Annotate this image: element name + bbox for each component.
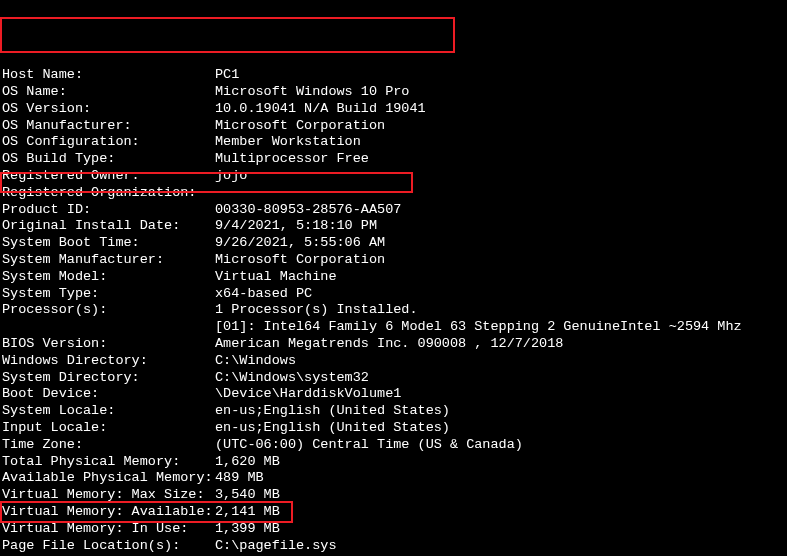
systeminfo-row: OS Manufacturer:Microsoft Corporation [0,118,787,135]
systeminfo-value: 00330-80953-28576-AA507 [215,202,787,219]
systeminfo-label: Virtual Memory: Max Size: [0,487,215,504]
systeminfo-label: Windows Directory: [0,353,215,370]
systeminfo-row: Input Locale:en-us;English (United State… [0,420,787,437]
highlight-os-name-version [0,17,455,53]
systeminfo-row: OS Configuration:Member Workstation [0,134,787,151]
systeminfo-label: System Manufacturer: [0,252,215,269]
systeminfo-label: OS Name: [0,84,215,101]
systeminfo-value: 1 Processor(s) Installed. [215,302,787,319]
systeminfo-label: Virtual Memory: In Use: [0,521,215,538]
systeminfo-label: Time Zone: [0,437,215,454]
systeminfo-row: Registered Owner:jojo [0,168,787,185]
systeminfo-row: Time Zone:(UTC-06:00) Central Time (US &… [0,437,787,454]
systeminfo-row: OS Name:Microsoft Windows 10 Pro [0,84,787,101]
systeminfo-row: [01]: Intel64 Family 6 Model 63 Stepping… [0,319,787,336]
systeminfo-label: BIOS Version: [0,336,215,353]
systeminfo-value: 9/4/2021, 5:18:10 PM [215,218,787,235]
systeminfo-label: System Model: [0,269,215,286]
systeminfo-row: Processor(s):1 Processor(s) Installed. [0,302,787,319]
systeminfo-label: Boot Device: [0,386,215,403]
systeminfo-row: BIOS Version:American Megatrends Inc. 09… [0,336,787,353]
systeminfo-value: 3,540 MB [215,487,787,504]
systeminfo-value: 1,620 MB [215,454,787,471]
systeminfo-value: C:\Windows [215,353,787,370]
systeminfo-value: C:\pagefile.sys [215,538,787,555]
systeminfo-row: OS Build Type:Multiprocessor Free [0,151,787,168]
systeminfo-value: x64-based PC [215,286,787,303]
systeminfo-value: en-us;English (United States) [215,420,787,437]
systeminfo-value: Microsoft Corporation [215,118,787,135]
systeminfo-row: Available Physical Memory:489 MB [0,470,787,487]
systeminfo-value: C:\Windows\system32 [215,370,787,387]
systeminfo-value: 1,399 MB [215,521,787,538]
systeminfo-label: Original Install Date: [0,218,215,235]
systeminfo-row: Virtual Memory: Available:2,141 MB [0,504,787,521]
systeminfo-value: 9/26/2021, 5:55:06 AM [215,235,787,252]
systeminfo-label: Virtual Memory: Available: [0,504,215,521]
systeminfo-row: Total Physical Memory:1,620 MB [0,454,787,471]
systeminfo-row: System Directory:C:\Windows\system32 [0,370,787,387]
systeminfo-label: Page File Location(s): [0,538,215,555]
systeminfo-label: System Locale: [0,403,215,420]
systeminfo-label: OS Version: [0,101,215,118]
systeminfo-row: Windows Directory:C:\Windows [0,353,787,370]
systeminfo-label: OS Build Type: [0,151,215,168]
systeminfo-value: PC1 [215,67,787,84]
systeminfo-row: Product ID:00330-80953-28576-AA507 [0,202,787,219]
systeminfo-label: OS Configuration: [0,134,215,151]
systeminfo-row: System Boot Time:9/26/2021, 5:55:06 AM [0,235,787,252]
systeminfo-value: Microsoft Corporation [215,252,787,269]
systeminfo-label: Registered Organization: [0,185,215,202]
systeminfo-row: System Model:Virtual Machine [0,269,787,286]
systeminfo-row: Original Install Date:9/4/2021, 5:18:10 … [0,218,787,235]
systeminfo-value: [01]: Intel64 Family 6 Model 63 Stepping… [215,319,787,336]
systeminfo-label: Registered Owner: [0,168,215,185]
systeminfo-row: Host Name:PC1 [0,67,787,84]
systeminfo-value: (UTC-06:00) Central Time (US & Canada) [215,437,787,454]
systeminfo-label [0,319,215,336]
systeminfo-row: Page File Location(s):C:\pagefile.sys [0,538,787,555]
systeminfo-value: Multiprocessor Free [215,151,787,168]
systeminfo-row: Virtual Memory: Max Size:3,540 MB [0,487,787,504]
systeminfo-value: jojo [215,168,787,185]
systeminfo-label: Available Physical Memory: [0,470,215,487]
systeminfo-value: en-us;English (United States) [215,403,787,420]
systeminfo-value: Member Workstation [215,134,787,151]
systeminfo-row: System Type:x64-based PC [0,286,787,303]
systeminfo-label: Input Locale: [0,420,215,437]
systeminfo-label: Product ID: [0,202,215,219]
systeminfo-label: System Boot Time: [0,235,215,252]
systeminfo-row: Registered Organization: [0,185,787,202]
systeminfo-row: Boot Device:\Device\HarddiskVolume1 [0,386,787,403]
systeminfo-label: Processor(s): [0,302,215,319]
systeminfo-row: System Locale:en-us;English (United Stat… [0,403,787,420]
systeminfo-value: American Megatrends Inc. 090008 , 12/7/2… [215,336,787,353]
systeminfo-label: OS Manufacturer: [0,118,215,135]
systeminfo-value: Microsoft Windows 10 Pro [215,84,787,101]
systeminfo-label: System Type: [0,286,215,303]
systeminfo-value: \Device\HarddiskVolume1 [215,386,787,403]
systeminfo-value: 2,141 MB [215,504,787,521]
systeminfo-row: OS Version:10.0.19041 N/A Build 19041 [0,101,787,118]
systeminfo-value: 10.0.19041 N/A Build 19041 [215,101,787,118]
systeminfo-row: System Manufacturer:Microsoft Corporatio… [0,252,787,269]
systeminfo-label: Total Physical Memory: [0,454,215,471]
systeminfo-value: Virtual Machine [215,269,787,286]
terminal-output: Host Name:PC1OS Name:Microsoft Windows 1… [0,67,787,556]
systeminfo-value: 489 MB [215,470,787,487]
systeminfo-value [215,185,787,202]
systeminfo-row: Virtual Memory: In Use:1,399 MB [0,521,787,538]
systeminfo-label: System Directory: [0,370,215,387]
systeminfo-label: Host Name: [0,67,215,84]
